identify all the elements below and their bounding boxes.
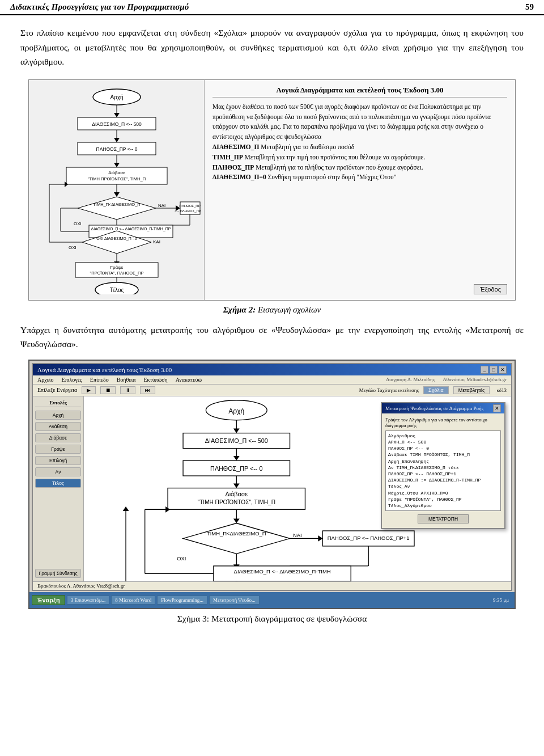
kd13-label: κδ13 — [496, 387, 507, 393]
svg-marker-11 — [114, 163, 120, 167]
app-titlebar: Λογικά Διαγράμματα και εκτέλεσή τους Έκδ… — [33, 364, 511, 375]
scholeia-button[interactable]: Σχόλια — [423, 386, 449, 394]
sidebar-an[interactable]: Αν — [35, 467, 81, 476]
window-controls: _ □ ✕ — [481, 366, 507, 374]
dialog-metastropi: Μετατροπή Ψευδογλώσσας σε Διάγραμμα Ροής… — [381, 402, 505, 529]
flowchart-svg: Αρχή ΔΙΑΘΕΣΙΜΟ_Π <-- 500 ΠΛΗΘΟΣ_ΠΡ <-- 0 — [32, 85, 201, 294]
taskbar-time: 9:35 μμ — [490, 596, 512, 604]
sidebar-epilogi[interactable]: Επιλογή — [35, 456, 81, 465]
svg-text:<-- ΠΛΗΘΟΣ_ΠΡ+1: <-- ΠΛΗΘΟΣ_ΠΡ+1 — [175, 209, 201, 213]
caption2-label: Σχήμα 3: — [177, 614, 209, 623]
stop-button[interactable]: ⏹ — [100, 386, 116, 394]
svg-text:ΝΑΙ: ΝΑΙ — [158, 203, 165, 208]
svg-text:ΠΛΗΘΟΣ_ΠΡ <-- 0: ΠΛΗΘΟΣ_ΠΡ <-- 0 — [96, 146, 138, 152]
svg-text:Διάβασε: Διάβασε — [108, 170, 125, 175]
exit-button[interactable]: Έξοδος — [474, 284, 507, 294]
svg-text:"ΠΡΟΪΟΝΤΑ", ΠΛΗΘΟΣ_ΠΡ: "ΠΡΟΪΟΝΤΑ", ΠΛΗΘΟΣ_ΠΡ — [90, 271, 144, 276]
dialog-title-text: Μετατροπή Ψευδογλώσσας σε Διάγραμμα Ροής — [385, 406, 483, 411]
dialog-body: Γράψτε τον Αλγόριθμο για να πάρετε τον α… — [382, 413, 504, 528]
megalo-taxiproia-label: Μεγάλο Ταχύτητα εκτέλεσης — [359, 387, 419, 393]
canvas-area: Αρχή ΔΙΑΘΕΣΙΜΟ_Π <-- 500 ΠΛΗΘΟΣ_ΠΡ <-- 0 — [84, 396, 511, 581]
svg-text:ΟΧΙ ΔΙΑΘΕΣΙΜΟ_Π =0: ΟΧΙ ΔΙΑΘΕΣΙΜΟ_Π =0 — [96, 236, 137, 241]
app-title: Λογικά Διαγράμματα και εκτέλεσή τους Έκδ… — [37, 366, 172, 373]
figure1-flowchart: Αρχή ΔΙΑΘΕΣΙΜΟ_Π <-- 500 ΠΛΗΘΟΣ_ΠΡ <-- 0 — [29, 80, 205, 300]
start-button[interactable]: Έναρξη — [32, 595, 65, 605]
close-button[interactable]: ✕ — [499, 366, 507, 374]
statusbar-text: Βρακόπουλος Λ. Αθανάσιος Vra:8@sch.gr — [37, 583, 125, 589]
pause-button[interactable]: ⏸ — [120, 386, 135, 394]
figure1-textpanel: Λογικά Διαγράμματα και εκτέλεσή τους Έκδ… — [205, 80, 515, 300]
play-button[interactable]: ▶ — [82, 386, 96, 394]
svg-text:"ΤΙΜΗ ΠΡΟΪΟΝΤΟΣ", ΤΙΜΗ_Π: "ΤΙΜΗ ΠΡΟΪΟΝΤΟΣ", ΤΙΜΗ_Π — [198, 499, 275, 505]
menu-item-file[interactable]: Αρχείο — [37, 377, 54, 383]
main-content: Στο πλαίσιο κειμένου που εμφανίζεται στη… — [0, 15, 544, 634]
sidebar-label: Εντολές — [35, 400, 81, 407]
caption1: Σχήμα 2: Εισαγωγή σχολίων — [20, 305, 524, 315]
figure2-box: Λογικά Διαγράμματα και εκτέλεσή τους Έκδ… — [28, 360, 516, 609]
toolbar-label: Επίλεξε Ενέργεια — [37, 387, 77, 393]
metavlites-button[interactable]: Μεταβλητές — [453, 386, 490, 394]
svg-marker-7 — [114, 138, 120, 142]
svg-marker-3 — [114, 113, 120, 117]
svg-text:ΚΑΙ: ΚΑΙ — [153, 239, 160, 244]
svg-marker-59 — [233, 456, 240, 461]
dialog-close-button[interactable]: ✕ — [493, 404, 501, 412]
svg-marker-68 — [233, 518, 240, 523]
step-button[interactable]: ⏭ — [140, 386, 155, 394]
svg-text:ΟΧΙ: ΟΧΙ — [69, 245, 76, 250]
menu-item-level[interactable]: Επίπεδο — [90, 377, 109, 383]
svg-text:Γράψε: Γράψε — [110, 265, 124, 270]
sidebar-grammi-syndesis[interactable]: Γραμμή Σύνδεσης — [35, 569, 81, 578]
page-number: 59 — [525, 2, 534, 12]
svg-text:ΔΙΑΘΕΣΙΜΟ_Π <-- 500: ΔΙΑΘΕΣΙΜΟ_Π <-- 500 — [205, 437, 268, 444]
svg-marker-17 — [78, 197, 156, 219]
svg-text:Αρχή: Αρχή — [228, 407, 244, 415]
figure1-panel-title: Λογικά Διαγράμματα και εκτέλεσή τους Έκδ… — [212, 86, 507, 98]
app-window: Λογικά Διαγράμματα και εκτέλεσή τους Έκδ… — [32, 363, 512, 591]
svg-marker-16 — [114, 192, 120, 197]
figure1-panel-text: Μας έχουν διαθέσει το ποσό των 500€ για … — [212, 102, 507, 280]
svg-text:Αρχή: Αρχή — [110, 94, 123, 100]
menu-item-help[interactable]: Βοήθεια — [117, 377, 136, 383]
intro-paragraph: Στο πλαίσιο κειμένου που εμφανίζεται στη… — [20, 26, 524, 69]
svg-text:ΔΙΑΘΕΣΙΜΟ_Π <-- ΔΙΑΘΕΣΙΜΟ_Π-ΤΙ: ΔΙΑΘΕΣΙΜΟ_Π <-- ΔΙΑΘΕΣΙΜΟ_Π-ΤΙΜΗ_ΠΡ — [91, 227, 171, 231]
sidebar-grapse[interactable]: Γράψε — [35, 445, 81, 454]
svg-text:ΟΧΙ: ΟΧΙ — [74, 221, 82, 226]
menu-item-options[interactable]: Επιλογές — [62, 377, 82, 383]
app-body: Εντολές Αρχή Ανάθεση Διάβασε Γράψε Επιλο… — [33, 396, 511, 581]
svg-text:ΤΙΜΗ_Π<ΔΙΑΘΕΣΙΜΟ_Π: ΤΙΜΗ_Π<ΔΙΑΘΕΣΙΜΟ_Π — [207, 530, 266, 537]
svg-text:ΤΙΜΗ_Π<ΔΙΑΘΕΣΙΜΟ_Π: ΤΙΜΗ_Π<ΔΙΑΘΕΣΙΜΟ_Π — [93, 202, 140, 207]
minimize-button[interactable]: _ — [481, 366, 488, 374]
menu-item-author2: Αθανάσιος Miltiades.b@sch.gr — [443, 377, 507, 383]
sidebar-telos[interactable]: Τέλος — [35, 479, 81, 488]
page-header: Διδακτικές Προσεγγίσεις για τον Προγραμμ… — [0, 0, 544, 15]
app-toolbar: Επίλεξε Ενέργεια ▶ ⏹ ⏸ ⏭ Μεγάλο Ταχύτητα… — [33, 385, 511, 396]
taskbar-item-3[interactable]: FlowProgramming... — [157, 595, 207, 605]
svg-text:Διάβασε: Διάβασε — [225, 491, 248, 497]
svg-marker-73 — [318, 535, 322, 542]
svg-text:"ΤΙΜΗ ΠΡΟΪΟΝΤΟΣ", ΤΙΜΗ_Π: "ΤΙΜΗ ΠΡΟΪΟΝΤΟΣ", ΤΙΜΗ_Π — [88, 176, 146, 181]
app-statusbar: Βρακόπουλος Λ. Αθανάσιος Vra:8@sch.gr — [33, 581, 511, 590]
taskbar-item-4[interactable]: Μετατροπή Ψευδο... — [209, 595, 260, 605]
taskbar-item-2[interactable]: 8 Microsoft Word — [111, 595, 155, 605]
taskbar-item-1[interactable]: 3 Επισυναπτόμ... — [67, 595, 110, 605]
sidebar-anathesi[interactable]: Ανάθεση — [35, 422, 81, 431]
maximize-button[interactable]: □ — [490, 366, 498, 374]
menu-item-network[interactable]: Ανακατεύω — [176, 377, 202, 383]
svg-text:ΔΙΑΘΕΣΙΜΟ_Π <-- 500: ΔΙΑΘΕΣΙΜΟ_Π <-- 500 — [92, 121, 142, 127]
header-title: Διδακτικές Προσεγγίσεις για τον Προγραμμ… — [10, 2, 189, 12]
menu-item-print[interactable]: Εκτύπωση — [143, 377, 167, 383]
sidebar-diabase[interactable]: Διάβασε — [35, 433, 81, 442]
caption2: Σχήμα 3: Μετατροπή διαγράμματος σε ψευδο… — [20, 614, 524, 624]
svg-marker-102 — [123, 506, 129, 511]
taskbar: Έναρξη 3 Επισυναπτόμ... 8 Microsoft Word… — [29, 592, 515, 608]
sidebar: Εντολές Αρχή Ανάθεση Διάβασε Γράψε Επιλο… — [33, 396, 84, 581]
dialog-content-text: Αλγόριθμος ΑΡΧΗ_Π <-- 500 ΠΛΗΘΟΣ_ΠΡ <-- … — [385, 430, 501, 511]
app-menubar: Αρχείο Επιλογές Επίπεδο Βοήθεια Εκτύπωση… — [33, 375, 511, 385]
svg-text:ΠΛΗΘΟΣ_ΠΡ <-- ΠΛΗΘΟΣ_ΠΡ+1: ΠΛΗΘΟΣ_ΠΡ <-- ΠΛΗΘΟΣ_ΠΡ+1 — [328, 535, 410, 541]
sidebar-archi[interactable]: Αρχή — [35, 411, 81, 420]
svg-text:ΟΧΙ: ΟΧΙ — [177, 555, 186, 561]
caption1-text: Εισαγωγή σχολίων — [258, 305, 321, 314]
figure1-box: Αρχή ΔΙΑΘΕΣΙΜΟ_Π <-- 500 ΠΛΗΘΟΣ_ΠΡ <-- 0 — [28, 79, 516, 301]
metastropi-button[interactable]: ΜΕΤΑΤΡΟΠΗ — [418, 514, 469, 523]
